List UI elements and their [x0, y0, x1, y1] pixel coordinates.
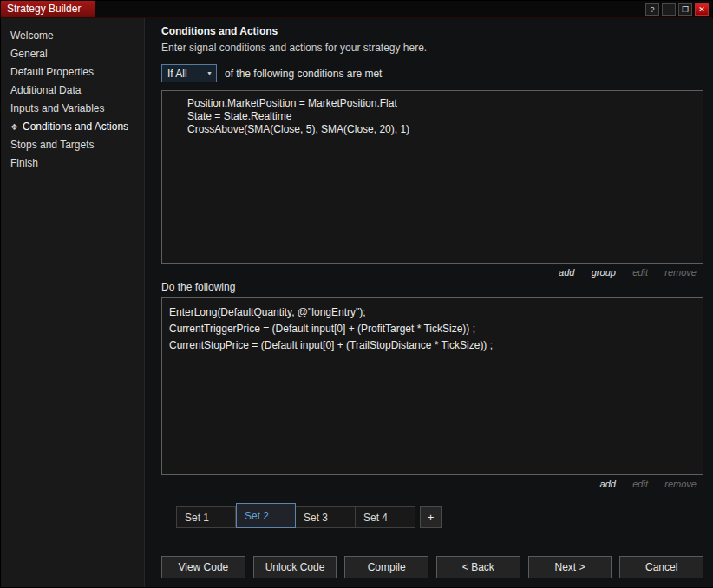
conditions-links: add group edit remove: [161, 264, 703, 279]
add-set-button[interactable]: +: [420, 506, 442, 528]
sidebar-item-inputs-and-variables[interactable]: Inputs and Variables: [1, 100, 144, 118]
bottom-buttons: View Code Unlock Code Compile < Back Nex…: [161, 556, 703, 578]
page-title: Conditions and Actions: [161, 25, 703, 37]
sidebar-item-stops-and-targets[interactable]: Stops and Targets: [1, 136, 144, 154]
action-item[interactable]: CurrentStopPrice = (Default input[0] + (…: [169, 337, 703, 354]
sidebar-item-label: Default Properties: [10, 66, 94, 78]
view-code-button[interactable]: View Code: [161, 556, 245, 578]
condition-logic-value: If All: [167, 68, 206, 80]
condition-item[interactable]: State = State.Realtime: [187, 110, 703, 123]
unlock-code-button[interactable]: Unlock Code: [253, 556, 337, 578]
chevron-down-icon: ▼: [206, 70, 213, 76]
cancel-button[interactable]: Cancel: [619, 556, 703, 578]
remove-action-link: remove: [664, 479, 697, 489]
maximize-button[interactable]: ❐: [678, 3, 692, 16]
strategy-builder-window: Strategy Builder ? ─ ❐ ✕ Welcome General…: [0, 0, 713, 588]
next-button[interactable]: Next >: [528, 556, 612, 578]
conditions-header: If All ▼ of the following conditions are…: [161, 64, 703, 82]
action-item[interactable]: CurrentTriggerPrice = (Default input[0] …: [169, 321, 703, 337]
remove-condition-link: remove: [664, 267, 697, 278]
sidebar-item-label: Stops and Targets: [10, 139, 95, 151]
actions-links: add edit remove: [161, 475, 703, 491]
add-condition-link[interactable]: add: [559, 267, 574, 278]
current-step-icon: ❖: [10, 118, 23, 136]
conditions-header-label: of the following conditions are met: [225, 68, 382, 80]
back-button[interactable]: < Back: [436, 556, 520, 578]
compile-button[interactable]: Compile: [344, 556, 428, 578]
sidebar-item-general[interactable]: General: [1, 45, 144, 63]
condition-item[interactable]: Position.MarketPosition = MarketPosition…: [187, 97, 703, 110]
set-tabs: Set 1 Set 2 Set 3 Set 4 +: [176, 503, 703, 528]
page-subtitle: Enter signal conditions and actions for …: [161, 42, 703, 54]
condition-item[interactable]: CrossAbove(SMA(Close, 5), SMA(Close, 20)…: [187, 123, 703, 136]
sidebar: Welcome General Default Properties Addit…: [1, 18, 145, 587]
tab-set-3[interactable]: Set 3: [296, 506, 356, 528]
close-button[interactable]: ✕: [695, 3, 709, 16]
sidebar-item-welcome[interactable]: Welcome: [1, 27, 144, 45]
group-condition-link[interactable]: group: [592, 267, 616, 278]
sidebar-item-label: Finish: [10, 157, 38, 169]
sidebar-item-label: General: [10, 48, 48, 60]
help-button[interactable]: ?: [645, 3, 659, 16]
window-body: Welcome General Default Properties Addit…: [1, 18, 712, 587]
tab-set-2[interactable]: Set 2: [236, 503, 296, 528]
window-title: Strategy Builder: [1, 1, 95, 17]
action-item[interactable]: EnterLong(DefaultQuantity, @"longEntry")…: [169, 304, 703, 321]
sidebar-item-default-properties[interactable]: Default Properties: [1, 63, 144, 82]
sidebar-item-label: Inputs and Variables: [10, 102, 105, 114]
sidebar-item-finish[interactable]: Finish: [1, 154, 144, 173]
condition-logic-dropdown[interactable]: If All ▼: [161, 64, 217, 82]
add-action-link[interactable]: add: [600, 479, 616, 489]
conditions-list[interactable]: Position.MarketPosition = MarketPosition…: [161, 90, 703, 264]
tab-set-1[interactable]: Set 1: [176, 506, 236, 528]
tab-set-4[interactable]: Set 4: [356, 506, 415, 528]
main-content: Conditions and Actions Enter signal cond…: [145, 18, 713, 587]
actions-list[interactable]: EnterLong(DefaultQuantity, @"longEntry")…: [161, 297, 703, 475]
sidebar-item-conditions-and-actions[interactable]: ❖Conditions and Actions: [1, 118, 144, 136]
sidebar-item-label: Welcome: [10, 29, 54, 42]
edit-condition-link: edit: [632, 267, 648, 278]
minimize-button[interactable]: ─: [662, 3, 676, 16]
sidebar-item-label: Conditions and Actions: [23, 121, 128, 133]
window-controls: ? ─ ❐ ✕: [645, 1, 712, 17]
edit-action-link: edit: [632, 479, 648, 489]
sidebar-item-label: Additional Data: [10, 84, 81, 96]
actions-section-label: Do the following: [161, 281, 703, 293]
sidebar-item-additional-data[interactable]: Additional Data: [1, 82, 144, 100]
titlebar: Strategy Builder ? ─ ❐ ✕: [1, 1, 712, 18]
